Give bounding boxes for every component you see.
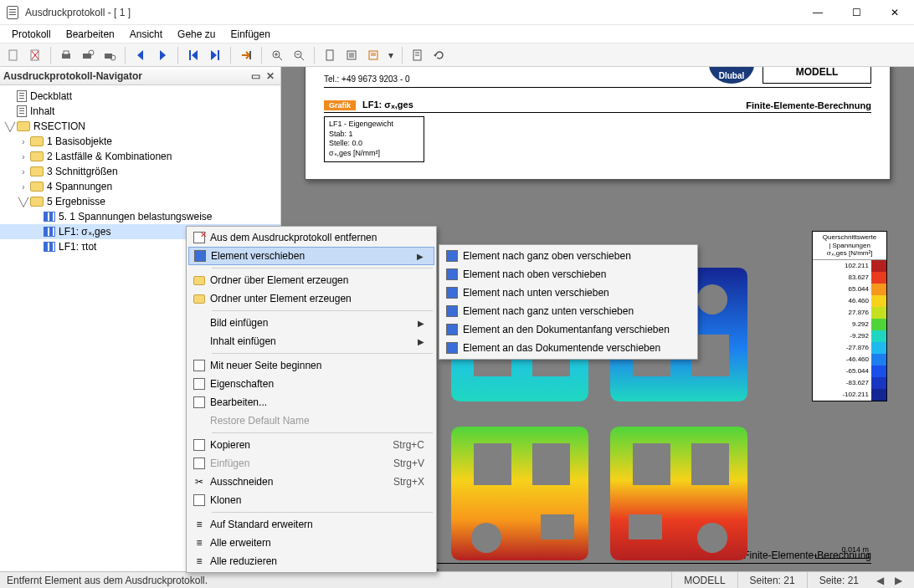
maximize-button[interactable]: ☐ <box>837 0 875 25</box>
svg-rect-0 <box>9 50 17 60</box>
ctx-move-docstart[interactable]: Element an den Dokumentanfang verschiebe… <box>441 320 696 339</box>
zoom-out-icon[interactable] <box>289 45 309 65</box>
legend-row: -102.211 <box>813 389 886 401</box>
list-c-icon[interactable] <box>408 45 428 65</box>
minimize-button[interactable]: — <box>798 0 837 25</box>
status-page: Seite: 21 <box>807 572 870 588</box>
lf-title: LF1: σₓ,ges <box>362 100 413 110</box>
page-icon <box>17 90 27 102</box>
legend-row: -83.627 <box>813 377 886 389</box>
tree-ergebnisse[interactable]: ╲╱5 Ergebnisse <box>0 194 280 209</box>
svg-rect-14 <box>218 50 219 60</box>
ctx-insert-content[interactable]: Inhalt einfügen▶ <box>188 332 434 350</box>
dropdown-icon[interactable]: ▾ <box>385 45 397 65</box>
delete-page-icon[interactable] <box>25 45 45 65</box>
tree-51[interactable]: 5. 1 Spannungen belastungsweise <box>0 209 280 224</box>
new-icon[interactable] <box>3 45 23 65</box>
nav-prev-icon[interactable] <box>131 45 151 65</box>
navigator-float-icon[interactable]: ▭ <box>249 69 262 83</box>
legend-row: 46.460 <box>813 295 886 307</box>
tree-deckblatt[interactable]: Deckblatt <box>0 89 280 104</box>
fe-title: Finite-Elemente-Berechnung <box>746 100 871 110</box>
status-model: MODELL <box>671 572 737 588</box>
menu-bearbeiten[interactable]: Bearbeiten <box>59 27 121 42</box>
ctx-collapse-all[interactable]: ≡Alle reduzieren <box>188 552 434 570</box>
ctx-properties[interactable]: Eigenschaften <box>188 375 434 393</box>
menu-gehe-zu[interactable]: Gehe zu <box>171 27 222 42</box>
legend-row: 65.044 <box>813 284 886 295</box>
context-submenu-move: Element nach ganz oben verschieben Eleme… <box>439 244 698 360</box>
status-prev-icon[interactable]: ◀ <box>870 575 889 586</box>
tree-spannungen[interactable]: ›4 Spannungen <box>0 179 280 194</box>
legend-row: -65.044 <box>813 366 886 377</box>
ctx-move-down[interactable]: Element nach unten verschieben <box>441 284 696 302</box>
legend-row: -27.876 <box>813 342 886 354</box>
status-hint: Entfernt Element aus dem Ausdruckprotoko… <box>7 572 671 588</box>
legend-row: -46.460 <box>813 354 886 366</box>
refresh-icon[interactable] <box>429 45 449 65</box>
print-icon[interactable] <box>56 45 76 65</box>
tree-schnittgroessen[interactable]: ›3 Schnittgrößen <box>0 164 280 179</box>
ctx-expand-all[interactable]: ≡Alle erweitern <box>188 534 434 552</box>
ctx-expand-std[interactable]: ≡Auf Standard erweitern <box>188 515 434 534</box>
svg-marker-10 <box>137 50 143 60</box>
menubar: Protokoll Bearbeiten Ansicht Gehe zu Ein… <box>0 25 914 43</box>
menu-ansicht[interactable]: Ansicht <box>123 27 169 42</box>
svg-rect-12 <box>189 50 191 60</box>
ctx-move-bottom[interactable]: Element nach ganz unten verschieben <box>441 302 696 320</box>
svg-rect-5 <box>64 51 69 54</box>
app-icon <box>7 6 18 19</box>
dlubal-logo <box>709 67 754 84</box>
context-menu: ✕Aus dem Ausdruckprotokoll entfernen Ele… <box>186 226 437 573</box>
ctx-edit[interactable]: Bearbeiten... <box>188 393 434 412</box>
tree-inhalt[interactable]: Inhalt <box>0 104 280 119</box>
printout-page: Tel.: +49 9673 9203 - 0 Blatt1 MODELL Gr… <box>305 67 891 180</box>
color-legend: Querschnittswerte | Spannungen σₓ,ges [N… <box>812 231 887 401</box>
status-next-icon[interactable]: ▶ <box>889 575 907 586</box>
nav-next-icon[interactable] <box>152 45 172 65</box>
list-b-icon[interactable] <box>363 45 383 65</box>
zoom-in-icon[interactable] <box>267 45 287 65</box>
svg-marker-11 <box>160 50 166 60</box>
list-a-icon[interactable] <box>341 45 362 65</box>
page-icon <box>17 105 27 117</box>
print-preview-icon[interactable] <box>78 45 98 65</box>
lf-info-box: LF1 - Eigengewicht Stab: 1 Stelle: 0.0 σ… <box>324 116 424 162</box>
legend-row: -9.292 <box>813 330 886 342</box>
window-title: Ausdruckprotokoll - [ 1 ] <box>25 7 798 18</box>
nav-first-icon[interactable] <box>183 45 203 65</box>
close-button[interactable]: ✕ <box>875 0 914 25</box>
tree-basisobjekte[interactable]: ›1 Basisobjekte <box>0 134 280 149</box>
ctx-new-page[interactable]: Mit neuer Seite beginnen <box>188 356 434 375</box>
ctx-move-docend[interactable]: Element an das Dokumentende verschieben <box>441 339 696 357</box>
svg-line-18 <box>279 57 282 60</box>
menu-protokoll[interactable]: Protokoll <box>5 27 58 42</box>
print-settings-icon[interactable] <box>100 45 120 65</box>
titlebar: Ausdruckprotokoll - [ 1 ] — ☐ ✕ <box>0 0 914 25</box>
ctx-folder-below[interactable]: Ordner unter Element erzeugen <box>188 289 434 308</box>
navigator-close-icon[interactable]: ✕ <box>264 69 277 83</box>
company-tel: Tel.: +49 9673 9203 - 0 <box>324 74 410 84</box>
svg-rect-16 <box>249 51 251 59</box>
ctx-move-top[interactable]: Element nach ganz oben verschieben <box>441 247 696 265</box>
model-label: MODELL <box>763 67 870 78</box>
ctx-cut[interactable]: ✂AusschneidenStrg+X <box>188 473 434 491</box>
svg-rect-24 <box>326 50 333 60</box>
navigator-title: Ausdruckprotokoll-Navigator <box>3 70 142 82</box>
ctx-insert-image[interactable]: Bild einfügen▶ <box>188 314 434 332</box>
menu-einfuegen[interactable]: Einfügen <box>223 27 276 42</box>
svg-marker-35 <box>434 54 436 57</box>
goto-icon[interactable] <box>236 45 256 65</box>
page-icon[interactable] <box>320 45 340 65</box>
ctx-clone[interactable]: Klonen <box>188 491 434 509</box>
ctx-folder-above[interactable]: Ordner über Element erzeugen <box>188 271 434 289</box>
ctx-copy[interactable]: KopierenStrg+C <box>188 436 434 454</box>
svg-line-22 <box>300 57 304 60</box>
status-pages: Seiten: 21 <box>737 572 807 588</box>
ctx-move-up[interactable]: Element nach oben verschieben <box>441 265 696 284</box>
ctx-remove[interactable]: ✕Aus dem Ausdruckprotokoll entfernen <box>188 228 434 247</box>
ctx-move-element[interactable]: Element verschieben▶ <box>188 247 434 265</box>
tree-rsection[interactable]: ╲╱RSECTION <box>0 119 280 134</box>
tree-lastfaelle[interactable]: ›2 Lastfälle & Kombinationen <box>0 149 280 164</box>
nav-last-icon[interactable] <box>205 45 225 65</box>
